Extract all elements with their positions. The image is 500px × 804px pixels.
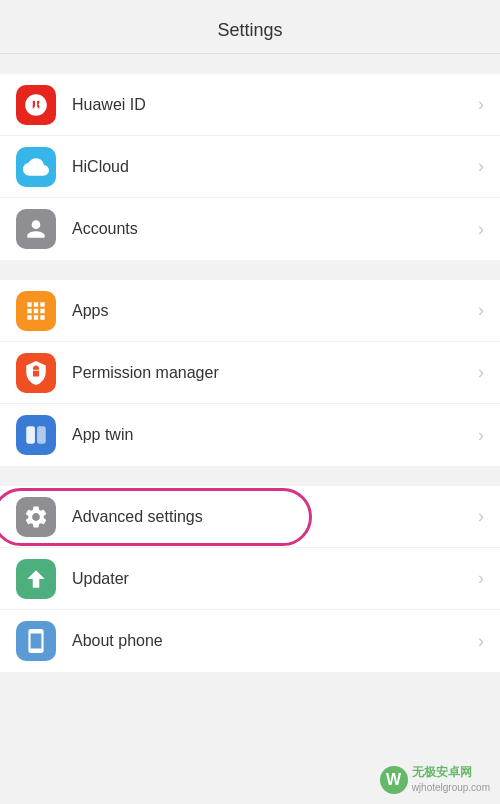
huawei-icon-svg <box>23 92 49 118</box>
settings-item-accounts[interactable]: Accounts › <box>0 198 500 260</box>
apps-icon <box>16 291 56 331</box>
account-section: Huawei ID › HiCloud › Accounts › <box>0 74 500 260</box>
hicloud-chevron: › <box>478 156 484 177</box>
section-gap-3 <box>0 466 500 486</box>
settings-item-app-twin[interactable]: App twin › <box>0 404 500 466</box>
settings-item-updater[interactable]: Updater › <box>0 548 500 610</box>
apps-chevron: › <box>478 300 484 321</box>
settings-item-permission-manager[interactable]: Permission manager › <box>0 342 500 404</box>
updater-label: Updater <box>72 570 478 588</box>
app-twin-label: App twin <box>72 426 478 444</box>
advanced-icon-svg <box>23 504 49 530</box>
apps-section: Apps › Permission manager › App twin › <box>0 280 500 466</box>
settings-item-about-phone[interactable]: About phone › <box>0 610 500 672</box>
huawei-id-icon <box>16 85 56 125</box>
apps-label: Apps <box>72 302 478 320</box>
apptwin-icon <box>16 415 56 455</box>
settings-item-huawei-id[interactable]: Huawei ID › <box>0 74 500 136</box>
section-gap-1 <box>0 54 500 74</box>
advanced-chevron: › <box>478 506 484 527</box>
settings-item-advanced-settings[interactable]: Advanced settings › <box>0 486 500 548</box>
permission-manager-label: Permission manager <box>72 364 478 382</box>
settings-item-hicloud[interactable]: HiCloud › <box>0 136 500 198</box>
apptwin-icon-svg <box>23 422 49 448</box>
settings-item-apps[interactable]: Apps › <box>0 280 500 342</box>
updater-chevron: › <box>478 568 484 589</box>
huawei-id-label: Huawei ID <box>72 96 478 114</box>
watermark-text: 无极安卓网 wjhotelgroup.com <box>412 765 490 794</box>
accounts-icon-svg <box>23 216 49 242</box>
svg-rect-1 <box>37 426 46 443</box>
watermark-line1: 无极安卓网 <box>412 765 490 781</box>
hicloud-icon-svg <box>23 154 49 180</box>
permission-chevron: › <box>478 362 484 383</box>
header: Settings <box>0 0 500 54</box>
aboutphone-chevron: › <box>478 631 484 652</box>
accounts-icon <box>16 209 56 249</box>
system-section: Advanced settings › Updater › About phon… <box>0 486 500 672</box>
watermark-line2: wjhotelgroup.com <box>412 781 490 794</box>
updater-icon-svg <box>23 566 49 592</box>
advanced-settings-icon <box>16 497 56 537</box>
huawei-id-chevron: › <box>478 94 484 115</box>
hicloud-icon <box>16 147 56 187</box>
aboutphone-icon-svg <box>23 628 49 654</box>
section-gap-2 <box>0 260 500 280</box>
accounts-label: Accounts <box>72 220 478 238</box>
aboutphone-icon <box>16 621 56 661</box>
about-phone-label: About phone <box>72 632 478 650</box>
accounts-chevron: › <box>478 219 484 240</box>
hicloud-label: HiCloud <box>72 158 478 176</box>
permission-icon <box>16 353 56 393</box>
apptwin-chevron: › <box>478 425 484 446</box>
page-title: Settings <box>217 20 282 40</box>
updater-icon <box>16 559 56 599</box>
svg-rect-0 <box>26 426 35 443</box>
watermark: W 无极安卓网 wjhotelgroup.com <box>380 765 490 794</box>
permission-icon-svg <box>23 360 49 386</box>
advanced-settings-label: Advanced settings <box>72 508 478 526</box>
apps-icon-svg <box>23 298 49 324</box>
watermark-logo: W <box>380 766 408 794</box>
